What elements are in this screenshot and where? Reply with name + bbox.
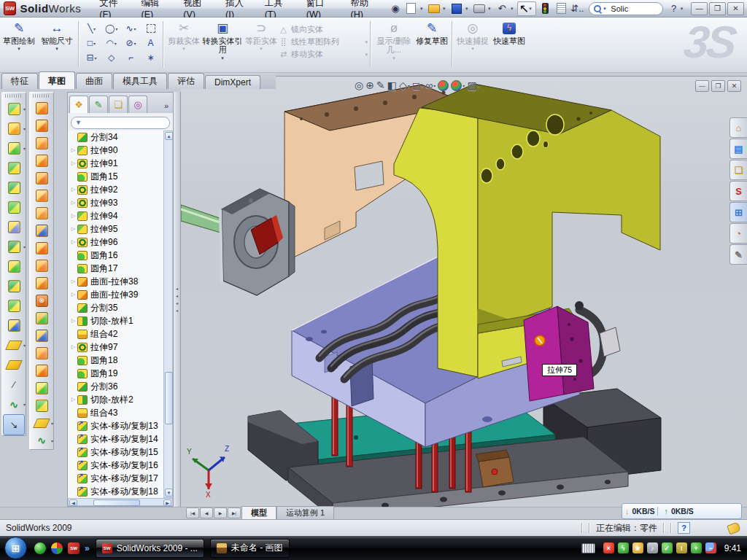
help-chevron-icon[interactable]: ▾ <box>681 6 685 12</box>
tree-vertical-scrollbar[interactable]: ▲ ▼ <box>163 131 173 498</box>
tree-item[interactable]: 实体-移动/复制17 <box>69 472 165 485</box>
tree-item[interactable]: 分割35 <box>69 301 165 314</box>
menu-item-0[interactable]: 文件(F) <box>91 0 133 17</box>
planar-surface-button[interactable] <box>30 204 53 222</box>
tab-运动算例 1[interactable]: 运动算例 1 <box>276 506 334 519</box>
chevron-down-icon[interactable]: ▾ <box>392 55 395 61</box>
menu-item-4[interactable]: 工具(T) <box>257 0 298 17</box>
tab-曲面[interactable]: 曲面 <box>76 73 112 89</box>
join-bodies-button[interactable] <box>2 296 26 316</box>
tree-item[interactable]: ▷拉伸97 <box>69 341 165 354</box>
start-button[interactable]: ⊞ <box>4 537 27 559</box>
chevron-down-icon[interactable]: ▾ <box>462 83 465 88</box>
tree-item[interactable]: 组合43 <box>69 406 165 419</box>
dome-button[interactable] <box>30 397 53 414</box>
delete-face-button[interactable]: ⊗ <box>30 292 53 309</box>
circle-button[interactable]: ◯▾ <box>101 21 121 36</box>
search-input[interactable]: ▾ Solic <box>589 2 662 15</box>
tree-item[interactable]: 实体-移动/复制15 <box>69 446 165 459</box>
shield-bolt-icon[interactable]: ϟ <box>618 542 629 553</box>
boundary-boss-button[interactable] <box>2 198 26 217</box>
offset-entities-button[interactable]: ⊃等距实体▾ <box>244 20 279 69</box>
chevron-down-icon[interactable]: ▾ <box>408 83 410 88</box>
connection-ok-icon[interactable]: ✓ <box>662 542 673 553</box>
polygon-button[interactable]: ◇ <box>101 50 121 65</box>
chevron-down-icon[interactable]: ▾ <box>23 126 26 131</box>
chevron-down-icon[interactable]: ▾ <box>51 438 53 443</box>
open-button[interactable] <box>427 2 441 15</box>
reference-geometry-button[interactable]: ▾ <box>30 414 53 432</box>
knit-surface-button[interactable] <box>30 257 53 274</box>
network-warning-icon[interactable]: ! <box>676 542 687 553</box>
defender-add-icon[interactable]: + <box>691 542 702 553</box>
thicken-button[interactable] <box>30 274 53 292</box>
body-slide-insert[interactable] <box>524 306 594 401</box>
hide-show-items-button[interactable]: ∞▾ <box>425 79 436 91</box>
spline-button[interactable]: ∿▾ <box>121 21 141 36</box>
expand-icon[interactable]: ▷ <box>69 344 77 350</box>
tree-item[interactable]: ▷拉伸95 <box>69 222 165 236</box>
chevron-down-icon[interactable]: ▾ <box>443 6 448 12</box>
chevron-down-icon[interactable]: ▾ <box>23 343 26 348</box>
expand-icon[interactable]: ▷ <box>69 160 77 166</box>
convert-entities-button[interactable]: ▣转换实体引用▾ <box>201 20 244 69</box>
expand-icon[interactable]: ▷ <box>69 147 77 153</box>
tab-特征[interactable]: 特征 <box>1 73 38 89</box>
reference-geometry-button[interactable]: ▾ <box>2 335 26 355</box>
tree-item[interactable]: 实体-移动/复制16 <box>69 459 165 472</box>
chevron-down-icon[interactable]: ▾ <box>93 26 96 31</box>
scroll-up-icon[interactable]: ▲ <box>165 132 173 140</box>
certificate-icon[interactable]: ★ <box>632 542 643 553</box>
tree-item[interactable]: ▷切除-放样1 <box>69 314 165 327</box>
replace-face-button[interactable] <box>30 309 53 327</box>
solidworks-resources-tab[interactable]: ⌂ <box>729 117 747 138</box>
solidworks-search-tab[interactable]: S <box>729 181 747 201</box>
radiate-surface-button[interactable] <box>30 239 53 257</box>
toolbar-grip[interactable] <box>5 94 23 98</box>
vertical-scroll-thumb[interactable] <box>165 372 173 424</box>
view-settings-button[interactable]: ▨▾ <box>467 79 479 91</box>
zoom-area-button[interactable]: ⊕ <box>365 79 374 91</box>
trim-entities-button[interactable]: ✂剪裁实体▾ <box>166 20 201 69</box>
fillet-button[interactable]: ▾ <box>2 139 26 158</box>
display-delete-relations-button[interactable]: ø显示/删除几...▾ <box>374 20 414 69</box>
view-orientation-button[interactable]: ◇▾ <box>399 79 410 91</box>
trim-surface-button[interactable] <box>30 327 53 344</box>
axis-button[interactable]: ⁄ <box>2 375 26 394</box>
intersect-bodies-button[interactable] <box>2 276 26 296</box>
curves-button[interactable]: ∿▾ <box>30 432 53 449</box>
task-button-paint[interactable]: 未命名 - 画图 <box>210 539 290 558</box>
rapid-sketch-button[interactable]: ϟ快速草图 <box>490 20 528 69</box>
tree-item[interactable]: 圆角19 <box>69 367 165 380</box>
chevron-down-icon[interactable]: ▾ <box>115 41 117 46</box>
tree-horizontal-scrollbar[interactable]: ◀ ▶ <box>68 498 173 506</box>
chevron-down-icon[interactable]: ▾ <box>51 421 53 426</box>
sync-paused-icon[interactable]: − <box>705 542 716 553</box>
tab-评估[interactable]: 评估 <box>168 73 204 89</box>
edit-appearance-button[interactable] <box>438 80 449 91</box>
tree-item[interactable]: 实体-移动/复制14 <box>69 432 165 446</box>
slot-button[interactable]: ⊟▾ <box>82 50 101 65</box>
tree-item[interactable]: 圆角18 <box>69 354 165 367</box>
rebuild-traffic-light-button[interactable] <box>538 2 552 15</box>
expand-icon[interactable]: ▷ <box>69 213 77 219</box>
tree-item[interactable]: ▷曲面-拉伸38 <box>69 275 165 288</box>
task-button-solidworks[interactable]: SWSolidWorks 2009 - ... <box>96 539 204 558</box>
graphics-viewport[interactable]: ◎⊕✎◧◇▾◻▾∞▾▾▨▾ — ❐ ✕ ⌂▤❏S⊞◔✎ 拉伸75 Y Z X <box>181 76 747 507</box>
repair-sketch-button[interactable]: ✎修复草图 <box>414 20 449 69</box>
body-clamp-insert[interactable] <box>219 189 295 295</box>
tree-item[interactable]: ▷切除-放样2 <box>69 393 165 406</box>
selection-box-button[interactable] <box>141 21 160 36</box>
chevron-down-icon[interactable]: ▾ <box>93 41 96 46</box>
chevron-down-icon[interactable]: ▾ <box>260 46 263 52</box>
browser-ball-icon[interactable] <box>51 542 63 554</box>
solidworks-icon[interactable]: SW <box>68 542 80 554</box>
menu-item-1[interactable]: 编辑(E) <box>133 0 176 17</box>
chevron-down-icon[interactable]: ▾ <box>221 55 224 61</box>
menu-item-5[interactable]: 窗口(W) <box>298 0 343 17</box>
mirror-entities-button[interactable]: △镜向实体 <box>279 23 368 36</box>
nav-next-button[interactable]: ▶ <box>214 508 227 518</box>
chevron-down-icon[interactable]: ▾ <box>603 6 608 12</box>
sketch-text-button[interactable]: A <box>141 36 160 50</box>
arc-button[interactable]: ◠▾ <box>101 36 121 50</box>
